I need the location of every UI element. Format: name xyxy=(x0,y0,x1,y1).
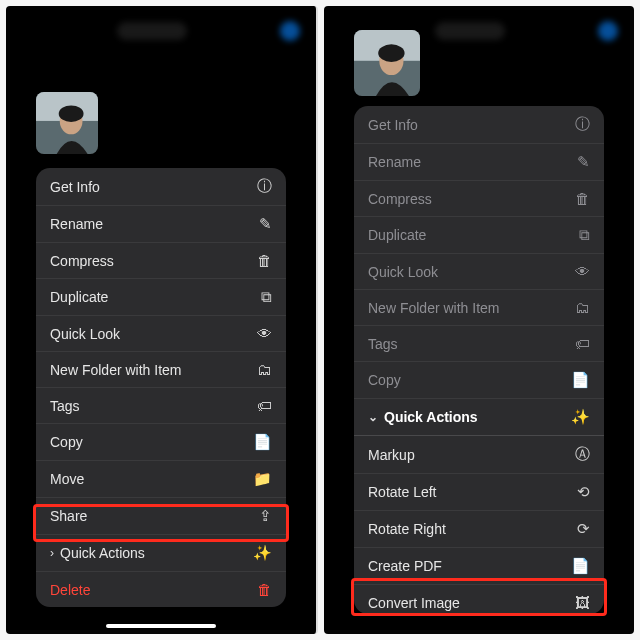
header-left-text xyxy=(22,23,24,39)
menu-item-delete[interactable]: Delete 🗑 xyxy=(36,572,286,607)
folder-plus-icon: 🗂 xyxy=(568,299,590,316)
menu-item-quick-look[interactable]: Quick Look 👁 xyxy=(36,316,286,352)
menu-item-copy[interactable]: Copy 📄 xyxy=(354,362,604,399)
tag-icon: 🏷 xyxy=(250,397,272,414)
menu-item-quick-look[interactable]: Quick Look 👁 xyxy=(354,254,604,290)
menu-item-tags[interactable]: Tags 🏷 xyxy=(36,388,286,424)
menu-label: Duplicate xyxy=(50,289,250,305)
svg-point-7 xyxy=(378,44,404,62)
quick-actions-header[interactable]: ⌄ Quick Actions ✨ xyxy=(354,399,604,436)
submenu-item-convert-image[interactable]: Convert Image 🖼 xyxy=(354,585,604,614)
submenu-item-markup[interactable]: Markup Ⓐ xyxy=(354,436,604,474)
menu-label: Delete xyxy=(50,582,250,598)
menu-item-move[interactable]: Move 📁 xyxy=(36,461,286,498)
menu-label: Markup xyxy=(368,447,568,463)
submenu-item-rotate-right[interactable]: Rotate Right ⟳ xyxy=(354,511,604,548)
share-icon: ⇪ xyxy=(250,507,272,525)
menu-item-get-info[interactable]: Get Info ⓘ xyxy=(36,168,286,206)
info-icon: ⓘ xyxy=(250,177,272,196)
menu-item-tags[interactable]: Tags 🏷 xyxy=(354,326,604,362)
menu-item-duplicate[interactable]: Duplicate ⧉ xyxy=(354,217,604,254)
right-phone-screenshot: Get Info ⓘ Rename ✎ Compress 🗑 Duplicate… xyxy=(324,6,634,634)
menu-label: Quick Actions xyxy=(384,409,568,425)
menu-item-duplicate[interactable]: Duplicate ⧉ xyxy=(36,279,286,316)
copy-icon: 📄 xyxy=(250,433,272,451)
menu-label: Create PDF xyxy=(368,558,568,574)
menu-label: Quick Look xyxy=(50,326,250,342)
eye-icon: 👁 xyxy=(250,325,272,342)
submenu-item-rotate-left[interactable]: Rotate Left ⟲ xyxy=(354,474,604,511)
menu-item-rename[interactable]: Rename ✎ xyxy=(36,206,286,243)
menu-label: Copy xyxy=(368,372,568,388)
menu-label: Quick Actions xyxy=(60,545,250,561)
selected-image-thumbnail[interactable] xyxy=(36,92,98,154)
home-indicator[interactable] xyxy=(106,624,216,628)
markup-icon: Ⓐ xyxy=(568,445,590,464)
tag-icon: 🏷 xyxy=(568,335,590,352)
pencil-icon: ✎ xyxy=(568,153,590,171)
menu-item-new-folder[interactable]: New Folder with Item 🗂 xyxy=(36,352,286,388)
menu-label: Convert Image xyxy=(368,595,568,611)
menu-label: Duplicate xyxy=(368,227,568,243)
header-left-text xyxy=(340,23,342,39)
sparkle-icon: ✨ xyxy=(568,408,590,426)
menu-label: Move xyxy=(50,471,250,487)
svg-point-3 xyxy=(59,105,84,122)
sparkle-icon: ✨ xyxy=(250,544,272,562)
folder-icon: 📁 xyxy=(250,470,272,488)
menu-item-new-folder[interactable]: New Folder with Item 🗂 xyxy=(354,290,604,326)
duplicate-icon: ⧉ xyxy=(568,226,590,244)
header-action-icon xyxy=(598,21,618,41)
archive-icon: 🗑 xyxy=(568,190,590,207)
trash-icon: 🗑 xyxy=(250,581,272,598)
pdf-icon: 📄 xyxy=(568,557,590,575)
rotate-right-icon: ⟳ xyxy=(568,520,590,538)
folder-plus-icon: 🗂 xyxy=(250,361,272,378)
menu-label: New Folder with Item xyxy=(50,362,250,378)
eye-icon: 👁 xyxy=(568,263,590,280)
menu-item-compress[interactable]: Compress 🗑 xyxy=(36,243,286,279)
menu-label: Tags xyxy=(368,336,568,352)
menu-label: Compress xyxy=(50,253,250,269)
submenu-item-create-pdf[interactable]: Create PDF 📄 xyxy=(354,548,604,585)
duplicate-icon: ⧉ xyxy=(250,288,272,306)
context-menu: Get Info ⓘ Rename ✎ Compress 🗑 Duplicate… xyxy=(36,168,286,607)
selected-image-thumbnail[interactable] xyxy=(354,30,420,96)
menu-label: Compress xyxy=(368,191,568,207)
rotate-left-icon: ⟲ xyxy=(568,483,590,501)
menu-label: Copy xyxy=(50,434,250,450)
menu-item-rename[interactable]: Rename ✎ xyxy=(354,144,604,181)
menu-label: Tags xyxy=(50,398,250,414)
header-title-pill xyxy=(435,22,505,40)
context-menu-expanded: Get Info ⓘ Rename ✎ Compress 🗑 Duplicate… xyxy=(354,106,604,614)
blurred-header xyxy=(6,6,316,56)
header-action-icon xyxy=(280,21,300,41)
menu-label: New Folder with Item xyxy=(368,300,568,316)
menu-item-get-info[interactable]: Get Info ⓘ xyxy=(354,106,604,144)
menu-label: Rename xyxy=(50,216,250,232)
menu-label: Quick Look xyxy=(368,264,568,280)
chevron-down-icon: ⌄ xyxy=(368,410,378,424)
menu-label: Rotate Right xyxy=(368,521,568,537)
archive-icon: 🗑 xyxy=(250,252,272,269)
left-phone-screenshot: Get Info ⓘ Rename ✎ Compress 🗑 Duplicate… xyxy=(6,6,318,634)
copy-icon: 📄 xyxy=(568,371,590,389)
person-photo-icon xyxy=(36,92,98,154)
menu-item-compress[interactable]: Compress 🗑 xyxy=(354,181,604,217)
convert-image-icon: 🖼 xyxy=(568,594,590,611)
menu-label: Get Info xyxy=(50,179,250,195)
menu-label: Rename xyxy=(368,154,568,170)
info-icon: ⓘ xyxy=(568,115,590,134)
menu-label: Share xyxy=(50,508,250,524)
person-photo-icon xyxy=(354,30,420,96)
menu-item-quick-actions[interactable]: › Quick Actions ✨ xyxy=(36,535,286,572)
pencil-icon: ✎ xyxy=(250,215,272,233)
menu-item-copy[interactable]: Copy 📄 xyxy=(36,424,286,461)
header-title-pill xyxy=(117,22,187,40)
menu-label: Rotate Left xyxy=(368,484,568,500)
chevron-right-icon: › xyxy=(50,546,54,560)
menu-item-share[interactable]: Share ⇪ xyxy=(36,498,286,535)
menu-label: Get Info xyxy=(368,117,568,133)
